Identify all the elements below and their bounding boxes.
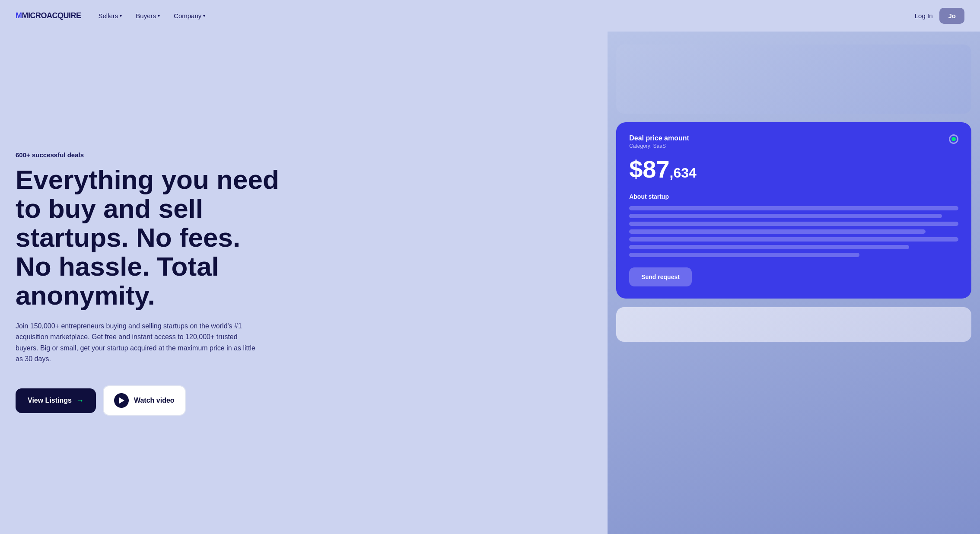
- skeleton-lines: [629, 206, 958, 257]
- active-indicator: [949, 134, 958, 144]
- skeleton-line: [629, 222, 958, 226]
- logo-text: MICROACQUIRE: [22, 11, 81, 20]
- small-card-top: [616, 44, 971, 114]
- chevron-down-icon: ▾: [120, 13, 122, 18]
- chevron-down-icon: ▾: [158, 13, 160, 18]
- login-button[interactable]: Log In: [915, 12, 933, 19]
- send-request-button[interactable]: Send request: [629, 267, 692, 286]
- deal-card-category: Category: SaaS: [629, 143, 689, 149]
- hero-left: 600+ successful deals Everything you nee…: [0, 32, 608, 534]
- skeleton-line: [629, 206, 958, 210]
- nav-links: Sellers ▾ Buyers ▾ Company ▾: [99, 12, 915, 19]
- chevron-down-icon: ▾: [203, 13, 205, 18]
- nav-buyers-label: Buyers: [136, 12, 156, 19]
- deal-card-title-group: Deal price amount Category: SaaS: [629, 134, 689, 149]
- price-main: $87: [629, 156, 669, 183]
- view-listings-button[interactable]: View Listings →: [16, 388, 96, 413]
- nav-buyers[interactable]: Buyers ▾: [136, 12, 160, 19]
- hero-headline: Everything you need to buy and sell star…: [16, 165, 283, 310]
- arrow-right-icon: →: [76, 396, 84, 405]
- skeleton-line: [629, 237, 958, 242]
- price-sub: ,634: [670, 165, 697, 181]
- cta-buttons: View Listings → Watch video: [16, 385, 592, 416]
- play-icon: [114, 393, 129, 408]
- skeleton-line: [629, 253, 859, 257]
- hero-section: 600+ successful deals Everything you nee…: [0, 32, 980, 534]
- skeleton-line: [629, 245, 909, 249]
- navbar: MMICROACQUIRE Sellers ▾ Buyers ▾ Company…: [0, 0, 980, 32]
- hero-subtext: Join 150,000+ entrepreneurs buying and s…: [16, 321, 258, 365]
- logo[interactable]: MMICROACQUIRE: [16, 11, 81, 20]
- join-button[interactable]: Jo: [939, 8, 964, 24]
- hero-right: Deal price amount Category: SaaS $87,634…: [608, 32, 980, 534]
- deal-price: $87,634: [629, 156, 958, 183]
- play-triangle: [119, 397, 124, 404]
- skeleton-line: [629, 214, 942, 218]
- deal-card-header: Deal price amount Category: SaaS: [629, 134, 958, 149]
- nav-company-label: Company: [174, 12, 201, 19]
- view-listings-label: View Listings: [28, 397, 72, 404]
- deal-card-title: Deal price amount: [629, 134, 689, 142]
- bottom-card-peek: [616, 307, 971, 342]
- skeleton-line: [629, 229, 926, 234]
- nav-company[interactable]: Company ▾: [174, 12, 205, 19]
- watch-video-button[interactable]: Watch video: [103, 385, 186, 416]
- deal-card: Deal price amount Category: SaaS $87,634…: [616, 122, 971, 299]
- nav-sellers[interactable]: Sellers ▾: [99, 12, 122, 19]
- eyebrow-text: 600+ successful deals: [16, 151, 592, 159]
- about-startup-title: About startup: [629, 193, 958, 200]
- active-dot: [951, 137, 956, 141]
- watch-video-label: Watch video: [134, 397, 175, 404]
- nav-sellers-label: Sellers: [99, 12, 118, 19]
- logo-m: M: [16, 11, 22, 20]
- nav-right: Log In Jo: [915, 8, 964, 24]
